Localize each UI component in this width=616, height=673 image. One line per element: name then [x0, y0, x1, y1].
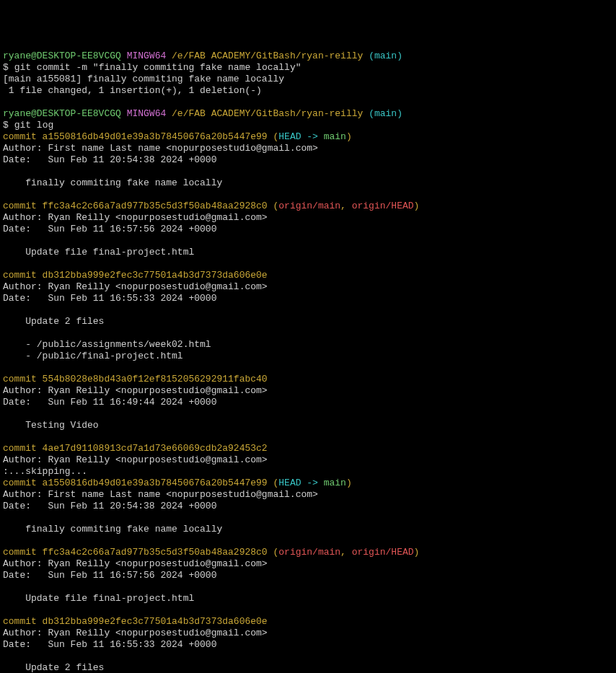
author-line: Author: First name Last name <nopurposes… — [3, 143, 318, 154]
prompt-host: MINGW64 — [127, 108, 167, 119]
commit-result-2: 1 file changed, 1 insertion(+), 1 deleti… — [3, 85, 262, 96]
skipping-line: :...skipping... — [3, 466, 87, 477]
commit-message: Update 2 files — [3, 662, 104, 673]
commit-line: commit db312bba999e2fec3c77501a4b3d7373d… — [3, 270, 268, 281]
prompt-path: /e/FAB ACADEMY/GitBash/ryan-reilly — [172, 50, 363, 61]
commit-line: commit a1550816db49d01e39a3b78450676a20b… — [3, 478, 352, 488]
prompt-branch: (main) — [369, 50, 402, 61]
date-line: Date: Sun Feb 11 20:54:38 2024 +0000 — [3, 501, 216, 511]
commit-line: commit ffc3a4c2c66a7ad977b35c5d3f50ab48a… — [3, 547, 419, 558]
commit-result-1: [main a155081] finally commiting fake na… — [3, 74, 284, 84]
commit-line: commit ffc3a4c2c66a7ad977b35c5d3f50ab48a… — [3, 201, 419, 211]
commit-message: Update file final-project.html — [3, 593, 194, 604]
prompt-user: ryane@DESKTOP-EE8VCGQ — [3, 108, 121, 119]
commit-message-line: - /public/final-project.html — [3, 351, 183, 361]
commit-line: commit db312bba999e2fec3c77501a4b3d7373d… — [3, 616, 268, 627]
command-1: git commit -m "finally commiting fake na… — [14, 62, 302, 73]
date-line: Date: Sun Feb 11 16:55:33 2024 +0000 — [3, 293, 216, 304]
author-line: Author: Ryan Reilly <nopurposestudio@gma… — [3, 558, 268, 569]
commit-line: commit a1550816db49d01e39a3b78450676a20b… — [3, 131, 352, 142]
commit-message: Update file final-project.html — [3, 247, 194, 258]
author-line: Author: Ryan Reilly <nopurposestudio@gma… — [3, 212, 268, 223]
author-line: Author: First name Last name <nopurposes… — [3, 489, 318, 500]
prompt-branch: (main) — [369, 108, 402, 119]
author-line: Author: Ryan Reilly <nopurposestudio@gma… — [3, 454, 268, 465]
date-line: Date: Sun Feb 11 16:55:33 2024 +0000 — [3, 639, 216, 650]
prompt-path: /e/FAB ACADEMY/GitBash/ryan-reilly — [172, 108, 363, 119]
commit-message: Update 2 files — [3, 316, 104, 327]
commit-message: finally commiting fake name locally — [3, 524, 222, 535]
commit-line: commit 4ae17d91108913cd7a1d73e66069cdb2a… — [3, 443, 268, 454]
author-line: Author: Ryan Reilly <nopurposestudio@gma… — [3, 385, 268, 396]
command-2: git log — [14, 120, 54, 131]
date-line: Date: Sun Feb 11 20:54:38 2024 +0000 — [3, 154, 216, 165]
author-line: Author: Ryan Reilly <nopurposestudio@gma… — [3, 628, 268, 638]
date-line: Date: Sun Feb 11 16:57:56 2024 +0000 — [3, 570, 216, 581]
commit-message: finally commiting fake name locally — [3, 177, 222, 188]
prompt-dollar: $ — [3, 120, 9, 131]
prompt-dollar: $ — [3, 62, 9, 73]
date-line: Date: Sun Feb 11 16:49:44 2024 +0000 — [3, 397, 216, 408]
terminal-output[interactable]: ryane@DESKTOP-EE8VCGQ MINGW64 /e/FAB ACA… — [3, 50, 613, 673]
prompt-user: ryane@DESKTOP-EE8VCGQ — [3, 50, 121, 61]
date-line: Date: Sun Feb 11 16:57:56 2024 +0000 — [3, 224, 216, 234]
commit-message-line: - /public/assignments/week02.html — [3, 339, 211, 350]
commit-message: Testing Video — [3, 420, 99, 431]
commit-line: commit 554b8028e8bd43a0f12ef815205629291… — [3, 374, 268, 384]
author-line: Author: Ryan Reilly <nopurposestudio@gma… — [3, 281, 268, 292]
prompt-host: MINGW64 — [127, 50, 167, 61]
